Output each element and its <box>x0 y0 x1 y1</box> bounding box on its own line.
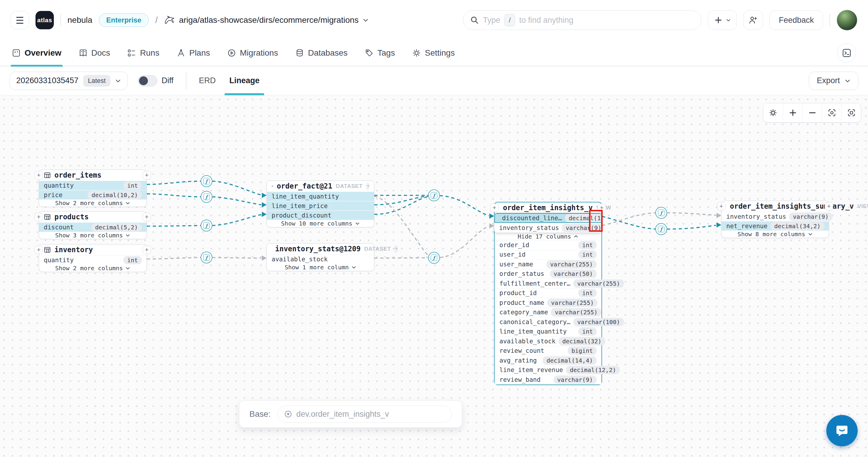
node-header[interactable]: inventory_stats@1209DATASET? <box>267 244 374 254</box>
node-order_item_insights_summary_v[interactable]: ++order_item_insights_summary_vVIEWinven… <box>721 201 829 238</box>
column-row-category_name[interactable]: category_namevarchar(255) <box>495 307 601 317</box>
function-node[interactable]: ƒ <box>200 175 212 187</box>
function-node[interactable]: ƒ <box>200 191 212 203</box>
column-row-product_name[interactable]: product_namevarchar(255) <box>495 298 601 307</box>
menu-button[interactable] <box>11 11 29 29</box>
node-order_items[interactable]: ++order_itemsquantityintpricedecimal(10,… <box>39 170 147 207</box>
zoom-out-button[interactable] <box>802 103 822 122</box>
invite-user-button[interactable] <box>743 10 763 30</box>
tab-databases[interactable]: Databases <box>295 40 348 66</box>
column-row-avg_rating[interactable]: avg_ratingdecimal(14,4) <box>495 356 601 365</box>
node-inventory_stats[interactable]: inventory_stats@1209DATASET?available_st… <box>267 243 374 271</box>
column-row-quantity[interactable]: quantityint <box>39 255 147 265</box>
column-row-product_id[interactable]: product_idint <box>495 288 601 298</box>
show-more-columns[interactable]: Show 2 more columns <box>39 200 147 207</box>
add-connection-handle[interactable]: + <box>717 202 725 210</box>
tab-settings[interactable]: Settings <box>412 40 455 66</box>
function-node[interactable]: ƒ <box>428 252 440 264</box>
column-row-fulfillment_center[interactable]: fulfillment_center…varchar(255) <box>495 278 601 288</box>
column-row-inventory_status[interactable]: inventory_statusvarchar(9) <box>721 212 829 221</box>
node-products[interactable]: ++productsdiscountdecimal(5,2)Show 3 mor… <box>39 211 147 239</box>
add-connection-handle[interactable]: + <box>35 213 43 221</box>
add-connection-handle[interactable]: + <box>598 204 606 212</box>
column-row-available_stock[interactable]: available_stockdecimal(32) <box>495 336 601 346</box>
node-inventory[interactable]: ++inventoryquantityintShow 2 more column… <box>39 244 147 272</box>
function-node[interactable]: ƒ <box>655 223 667 235</box>
column-row-net_revenue[interactable]: net_revenuedecimal(34,2) <box>721 221 829 231</box>
column-row-user_id[interactable]: user_idint <box>495 250 601 260</box>
tab-tags[interactable]: Tags <box>365 40 395 66</box>
tab-migrations[interactable]: Migrations <box>227 40 278 66</box>
show-more-columns[interactable]: Show 2 more columns <box>39 265 147 272</box>
breadcrumb[interactable]: ariga/atlas-showcase/dirs/ecommerce/migr… <box>164 16 369 25</box>
focus-selection-button[interactable] <box>822 103 841 122</box>
column-row-quantity[interactable]: quantityint <box>39 181 147 190</box>
column-row-line_item_quantity[interactable]: line_item_quantityint <box>495 327 601 337</box>
cloud-cli-button[interactable] <box>837 43 856 62</box>
add-connection-handle[interactable]: + <box>143 171 151 179</box>
function-node[interactable]: ƒ <box>655 207 667 219</box>
column-row-line_item_quantity[interactable]: line_item_quantity <box>267 191 374 201</box>
search-input[interactable]: Type / to find anything <box>463 10 702 30</box>
function-node[interactable]: ƒ <box>200 252 212 264</box>
node-header[interactable]: order_items <box>39 170 147 181</box>
show-more-columns[interactable]: Show 3 more columns <box>39 232 147 239</box>
lineage-canvas[interactable]: ƒƒƒƒƒƒƒƒ ++order_itemsquantityintpricede… <box>0 95 868 457</box>
base-target-input[interactable]: dev.order_item_insights_v <box>277 405 452 423</box>
node-header[interactable]: products <box>39 212 147 222</box>
canvas-settings-button[interactable] <box>763 103 783 122</box>
add-connection-handle[interactable]: + <box>143 213 151 221</box>
tab-runs[interactable]: Runs <box>127 40 159 66</box>
column-row-discount[interactable]: discountdecimal(5,2) <box>39 222 147 232</box>
zoom-in-button[interactable] <box>783 103 802 122</box>
show-more-columns[interactable]: Show 10 more columns <box>267 220 374 227</box>
column-row-user_name[interactable]: user_namevarchar(255) <box>495 259 601 269</box>
version-select[interactable]: 20260331035457 Latest <box>9 72 128 90</box>
add-connection-handle[interactable]: + <box>143 246 151 254</box>
add-connection-handle[interactable]: + <box>35 171 43 179</box>
add-connection-handle[interactable]: + <box>490 204 498 212</box>
tab-lineage[interactable]: Lineage <box>229 66 259 95</box>
node-header[interactable]: order_item_insights_vVIEW <box>495 203 601 213</box>
node-header[interactable]: inventory <box>39 244 147 255</box>
tab-erd[interactable]: ERD <box>199 66 216 95</box>
tab-plans[interactable]: Plans <box>177 40 210 66</box>
dataset-help-icon[interactable]: ? <box>366 183 369 190</box>
view-icon <box>284 410 292 418</box>
export-button[interactable]: Export <box>809 72 859 90</box>
column-row-product_discount[interactable]: product_discount <box>267 210 374 220</box>
column-row-line_item_price[interactable]: line_item_price <box>267 201 374 210</box>
show-more-columns[interactable]: Show 1 more column <box>267 264 374 271</box>
node-order_item_insights_v[interactable]: ++order_item_insights_vVIEWdiscounted_li… <box>494 202 602 385</box>
node-order_fact[interactable]: order_fact@21DATASET?line_item_quantityl… <box>267 181 374 227</box>
column-row-price[interactable]: pricedecimal(10,2) <box>39 190 147 200</box>
add-connection-handle[interactable]: + <box>35 246 43 254</box>
column-row-available_stock[interactable]: available_stock <box>267 254 374 264</box>
column-row-order_status[interactable]: order_statusvarchar(50) <box>495 269 601 279</box>
add-connection-handle[interactable]: + <box>825 202 833 210</box>
column-row-discounted_line[interactable]: discounted_line…decimal(12,2) <box>494 213 602 223</box>
fit-view-button[interactable] <box>841 103 861 122</box>
function-node[interactable]: ƒ <box>428 189 440 201</box>
diff-toggle[interactable] <box>138 75 157 86</box>
column-row-inventory_status[interactable]: inventory_statusvarchar(9) <box>494 223 602 233</box>
function-node[interactable]: ƒ <box>200 220 212 232</box>
column-row-review_band[interactable]: review_bandvarchar(9) <box>495 375 601 385</box>
dataset-help-icon[interactable]: ? <box>394 246 397 252</box>
column-row-canonical_category[interactable]: canonical_category…varchar(100) <box>495 317 601 327</box>
column-row-review_count[interactable]: review_countbigint <box>495 346 601 356</box>
tab-docs[interactable]: Docs <box>79 40 110 66</box>
hide-columns-toggle[interactable]: Hide 17 columns <box>495 233 601 240</box>
column-row-order_id[interactable]: order_idint <box>495 240 601 250</box>
chat-launcher-button[interactable] <box>826 415 858 446</box>
feedback-button[interactable]: Feedback <box>770 10 823 30</box>
column-row-line_item_revenue[interactable]: line_item_revenuedecimal(12,2) <box>495 365 601 375</box>
node-header[interactable]: order_fact@21DATASET? <box>267 181 374 191</box>
node-header[interactable]: order_item_insights_summary_vVIEW <box>721 201 829 212</box>
atlas-logo[interactable]: atlas <box>35 11 54 29</box>
show-more-columns[interactable]: Show 8 more columns <box>721 231 829 238</box>
create-button[interactable] <box>708 10 737 30</box>
user-avatar[interactable] <box>837 10 857 30</box>
tab-overview[interactable]: Overview <box>12 40 62 66</box>
org-name[interactable]: nebula <box>67 16 92 25</box>
